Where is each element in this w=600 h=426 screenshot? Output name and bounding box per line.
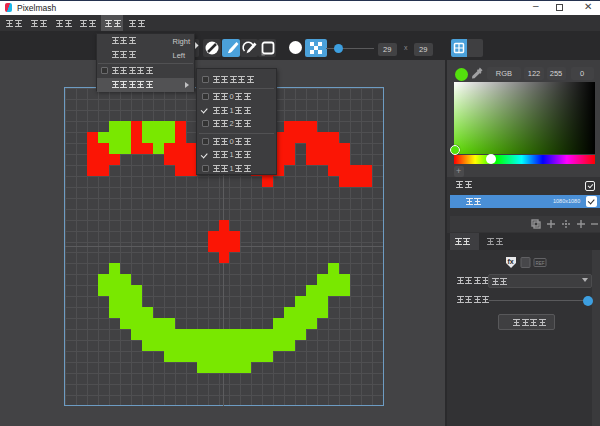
svg-text:fx: fx [508, 258, 514, 265]
svg-text:REF: REF [536, 261, 545, 266]
